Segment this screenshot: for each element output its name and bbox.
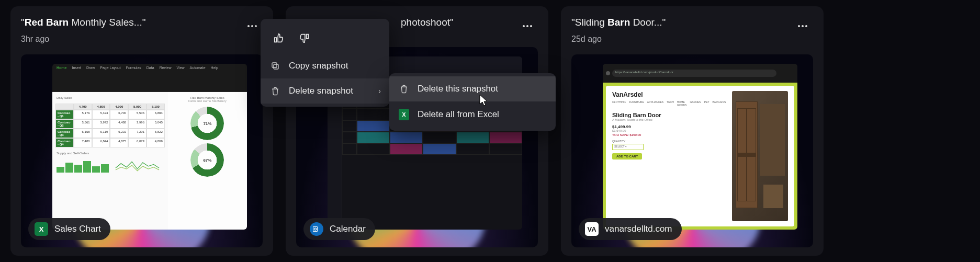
more-options-button[interactable] bbox=[517, 16, 538, 37]
price-old: $1,649.99 bbox=[612, 129, 726, 132]
section-title: Red Barn Monthly Sales Farm and Home Mac… bbox=[171, 95, 244, 104]
snapshot-card[interactable]: "Red Barn Monthly Sales..." 3hr ago Home… bbox=[10, 6, 273, 256]
snapshot-card[interactable]: "Sliding Barn Door..." 25d ago https://v… bbox=[561, 6, 824, 256]
chip-label: vanarsdelltd.com bbox=[605, 224, 672, 234]
title-post: Door..." bbox=[630, 17, 666, 28]
submenu-delete: Delete this snapshot X Delete all from E… bbox=[389, 73, 556, 131]
svg-point-10 bbox=[802, 25, 804, 27]
menu-label: Copy snapshot bbox=[289, 61, 348, 71]
context-menu: Copy snapshot Delete snapshot › bbox=[261, 19, 389, 107]
title-post: photoshoot" bbox=[401, 17, 454, 28]
trash-icon bbox=[399, 84, 409, 94]
timestamp: 25d ago bbox=[571, 35, 666, 44]
thumbs-down-icon bbox=[298, 32, 310, 44]
more-icon bbox=[523, 25, 532, 27]
more-icon bbox=[798, 25, 807, 27]
title-pre: " bbox=[21, 17, 25, 28]
product-subtitle: A Modern Touch to the Office bbox=[612, 118, 726, 121]
card-header: "Sliding Barn Door..." 25d ago bbox=[571, 16, 813, 44]
svg-point-11 bbox=[805, 25, 807, 27]
card-header: "Red Barn Monthly Sales..." 3hr ago bbox=[21, 16, 263, 44]
site-nav: CLOTHINGFURNITUREAPPLIANCESTECHHOME GOOD… bbox=[612, 100, 726, 107]
menu-item-copy-snapshot[interactable]: Copy snapshot bbox=[261, 53, 389, 78]
excel-table: 4,7004,8004,9005,0005,100 Contoso - Q15,… bbox=[55, 104, 165, 147]
add-to-cart: ADD TO CART bbox=[612, 153, 642, 160]
card-title: "Sliding Barn Door..." bbox=[571, 16, 666, 29]
snapshot-thumbnail[interactable]: https://vanarsdelltd.com/product/barndoo… bbox=[571, 54, 813, 247]
thumbs-up-icon bbox=[273, 32, 285, 44]
qty-label: QUANTITY bbox=[612, 140, 726, 143]
menu-label: Delete all from Excel bbox=[418, 109, 499, 120]
excel-window-mock: HomeInsertDrawPage LayoutFormulasDataRev… bbox=[52, 64, 247, 230]
svg-point-4 bbox=[526, 25, 528, 27]
feedback-row bbox=[261, 22, 389, 53]
timestamp: 3hr ago bbox=[21, 35, 145, 44]
menu-label: Delete snapshot bbox=[289, 86, 353, 96]
url-bar: https://vanarsdelltd.com/product/barndoo… bbox=[612, 70, 776, 77]
site-icon: VA bbox=[585, 222, 599, 236]
source-chip[interactable]: Calendar bbox=[303, 218, 375, 240]
title-pre: "Sliding bbox=[571, 17, 607, 28]
submenu-item-delete-this[interactable]: Delete this snapshot bbox=[389, 76, 556, 101]
source-chip[interactable]: X Sales Chart bbox=[28, 218, 110, 240]
sparkline bbox=[112, 159, 164, 173]
browser-window-mock: https://vanarsdelltd.com/product/barndoo… bbox=[603, 64, 797, 230]
svg-point-5 bbox=[530, 25, 532, 27]
donut-chart: 67% bbox=[190, 143, 224, 177]
snapshot-thumbnail[interactable]: HomeInsertDrawPage LayoutFormulasDataRev… bbox=[21, 54, 263, 247]
svg-point-2 bbox=[255, 25, 257, 27]
product-image bbox=[732, 91, 788, 221]
excel-tabs: HomeInsertDrawPage LayoutFormulasDataRev… bbox=[52, 64, 247, 72]
excel-icon: X bbox=[399, 109, 409, 120]
title-block: "Sliding Barn Door..." 25d ago bbox=[571, 16, 666, 44]
title-post: Monthly Sales..." bbox=[69, 17, 145, 28]
thumbs-up-button[interactable] bbox=[270, 29, 288, 47]
chevron-right-icon: › bbox=[378, 87, 381, 95]
excel-ribbon: HomeInsertDrawPage LayoutFormulasDataRev… bbox=[52, 64, 247, 92]
svg-point-9 bbox=[798, 25, 800, 27]
thumbs-down-button[interactable] bbox=[295, 29, 313, 47]
qty-select: SELECT ▾ bbox=[612, 144, 644, 150]
chip-label: Sales Chart bbox=[54, 224, 101, 234]
title-match: Barn bbox=[607, 17, 630, 28]
svg-point-0 bbox=[247, 25, 250, 27]
more-options-button[interactable] bbox=[242, 16, 263, 37]
excel-icon: X bbox=[35, 222, 48, 236]
brand-logo: VanArsdel bbox=[612, 91, 726, 98]
title-block: "Red Barn Monthly Sales..." 3hr ago bbox=[21, 16, 145, 44]
trash-icon bbox=[270, 86, 280, 96]
submenu-item-delete-all-excel[interactable]: X Delete all from Excel bbox=[389, 101, 556, 128]
donut-chart: 71% bbox=[190, 107, 224, 140]
section-title: Daily Sales bbox=[55, 95, 165, 100]
title-match: Red Barn bbox=[25, 17, 69, 28]
svg-point-3 bbox=[523, 25, 525, 27]
chip-label: Calendar bbox=[330, 224, 366, 234]
svg-rect-12 bbox=[274, 64, 278, 69]
outlook-icon bbox=[310, 222, 323, 236]
svg-point-1 bbox=[251, 25, 253, 27]
more-options-button[interactable] bbox=[792, 16, 813, 37]
source-chip[interactable]: VA vanarsdelltd.com bbox=[579, 218, 682, 240]
card-title: "Red Barn Monthly Sales..." bbox=[21, 16, 145, 29]
price: $1,499.99 bbox=[612, 124, 726, 129]
svg-rect-13 bbox=[272, 63, 277, 67]
save-badge: YOU SAVE: $150.00 bbox=[612, 133, 726, 136]
copy-icon bbox=[270, 61, 280, 71]
product-title: Sliding Barn Door bbox=[612, 112, 726, 118]
more-icon bbox=[247, 25, 257, 27]
menu-label: Delete this snapshot bbox=[418, 84, 498, 94]
menu-item-delete-snapshot[interactable]: Delete snapshot › bbox=[261, 78, 389, 104]
section-title: Supply and Self-Orders bbox=[55, 151, 165, 156]
